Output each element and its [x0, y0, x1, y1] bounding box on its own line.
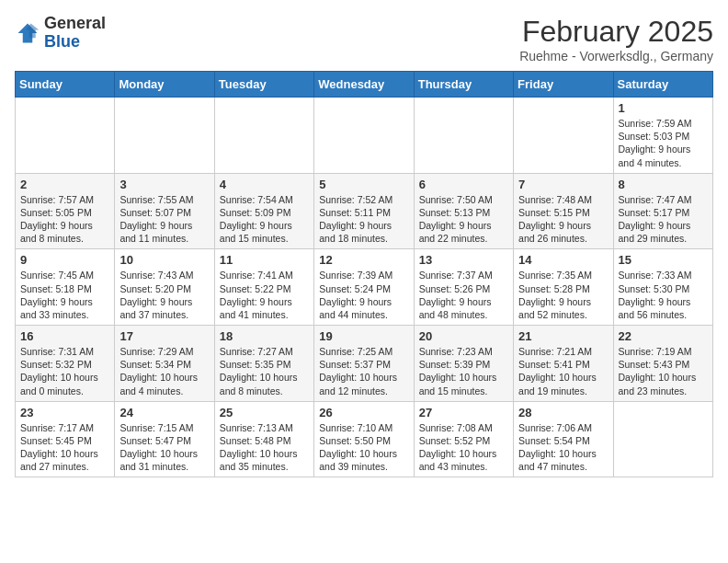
day-cell [115, 98, 214, 174]
day-number: 28 [518, 406, 608, 419]
day-number: 13 [419, 253, 508, 267]
day-number: 12 [319, 253, 408, 267]
day-info: Sunrise: 7:25 AM Sunset: 5:37 PM Dayligh… [319, 345, 408, 397]
week-row-5: 23Sunrise: 7:17 AM Sunset: 5:45 PM Dayli… [16, 401, 713, 477]
day-number: 25 [220, 406, 309, 419]
day-info: Sunrise: 7:33 AM Sunset: 5:30 PM Dayligh… [619, 269, 708, 321]
day-cell: 2Sunrise: 7:57 AM Sunset: 5:05 PM Daylig… [16, 173, 115, 249]
weekday-header-friday: Friday [514, 72, 613, 98]
day-cell: 13Sunrise: 7:37 AM Sunset: 5:26 PM Dayli… [414, 249, 513, 326]
day-number: 20 [419, 329, 508, 343]
day-info: Sunrise: 7:52 AM Sunset: 5:11 PM Dayligh… [319, 193, 408, 246]
day-info: Sunrise: 7:55 AM Sunset: 5:07 PM Dayligh… [119, 193, 209, 246]
day-cell: 22Sunrise: 7:19 AM Sunset: 5:43 PM Dayli… [613, 326, 712, 402]
day-info: Sunrise: 7:35 AM Sunset: 5:28 PM Dayligh… [518, 269, 608, 321]
day-number: 19 [319, 329, 408, 343]
day-info: Sunrise: 7:13 AM Sunset: 5:48 PM Dayligh… [220, 421, 309, 474]
day-cell: 17Sunrise: 7:29 AM Sunset: 5:34 PM Dayli… [115, 326, 214, 402]
day-cell [314, 98, 414, 174]
day-info: Sunrise: 7:54 AM Sunset: 5:09 PM Dayligh… [220, 193, 309, 246]
day-cell: 27Sunrise: 7:08 AM Sunset: 5:52 PM Dayli… [414, 401, 513, 477]
day-info: Sunrise: 7:19 AM Sunset: 5:43 PM Dayligh… [619, 345, 708, 397]
title-block: February 2025 Ruehme - Vorwerksdlg., Ger… [519, 15, 713, 63]
day-number: 14 [518, 253, 608, 267]
day-cell: 25Sunrise: 7:13 AM Sunset: 5:48 PM Dayli… [214, 401, 313, 477]
day-number: 4 [220, 178, 309, 191]
day-cell: 20Sunrise: 7:23 AM Sunset: 5:39 PM Dayli… [414, 326, 513, 402]
day-cell: 1Sunrise: 7:59 AM Sunset: 5:03 PM Daylig… [613, 98, 712, 174]
day-cell: 7Sunrise: 7:48 AM Sunset: 5:15 PM Daylig… [514, 173, 613, 249]
day-number: 11 [220, 253, 309, 267]
day-cell [514, 98, 613, 174]
day-info: Sunrise: 7:08 AM Sunset: 5:52 PM Dayligh… [419, 421, 508, 474]
day-number: 6 [419, 178, 508, 191]
day-cell: 19Sunrise: 7:25 AM Sunset: 5:37 PM Dayli… [314, 326, 414, 402]
day-cell: 3Sunrise: 7:55 AM Sunset: 5:07 PM Daylig… [115, 173, 214, 249]
weekday-header-monday: Monday [115, 72, 214, 98]
day-cell: 11Sunrise: 7:41 AM Sunset: 5:22 PM Dayli… [214, 249, 313, 326]
day-info: Sunrise: 7:59 AM Sunset: 5:03 PM Dayligh… [619, 117, 708, 169]
day-number: 5 [319, 178, 408, 191]
day-number: 16 [20, 329, 109, 343]
day-cell: 24Sunrise: 7:15 AM Sunset: 5:47 PM Dayli… [115, 401, 214, 477]
day-number: 18 [220, 329, 309, 343]
day-number: 26 [319, 406, 408, 419]
day-number: 1 [619, 101, 708, 115]
day-number: 8 [619, 178, 708, 191]
day-info: Sunrise: 7:50 AM Sunset: 5:13 PM Dayligh… [419, 193, 508, 246]
day-number: 24 [119, 406, 209, 419]
day-info: Sunrise: 7:41 AM Sunset: 5:22 PM Dayligh… [220, 269, 309, 321]
day-info: Sunrise: 7:15 AM Sunset: 5:47 PM Dayligh… [119, 421, 209, 474]
page-header: General Blue February 2025 Ruehme - Vorw… [15, 15, 713, 63]
day-cell: 16Sunrise: 7:31 AM Sunset: 5:32 PM Dayli… [16, 326, 115, 402]
day-number: 27 [419, 406, 508, 419]
week-row-3: 9Sunrise: 7:45 AM Sunset: 5:18 PM Daylig… [16, 249, 713, 326]
day-number: 3 [119, 178, 209, 191]
calendar-table: SundayMondayTuesdayWednesdayThursdayFrid… [15, 71, 713, 477]
day-cell: 23Sunrise: 7:17 AM Sunset: 5:45 PM Dayli… [16, 401, 115, 477]
day-info: Sunrise: 7:43 AM Sunset: 5:20 PM Dayligh… [119, 269, 209, 321]
weekday-header-row: SundayMondayTuesdayWednesdayThursdayFrid… [16, 72, 713, 98]
day-cell: 21Sunrise: 7:21 AM Sunset: 5:41 PM Dayli… [514, 326, 613, 402]
weekday-header-sunday: Sunday [16, 72, 115, 98]
logo-text: General Blue [44, 15, 106, 52]
day-cell: 9Sunrise: 7:45 AM Sunset: 5:18 PM Daylig… [16, 249, 115, 326]
day-cell: 18Sunrise: 7:27 AM Sunset: 5:35 PM Dayli… [214, 326, 313, 402]
day-cell: 12Sunrise: 7:39 AM Sunset: 5:24 PM Dayli… [314, 249, 414, 326]
day-cell: 8Sunrise: 7:47 AM Sunset: 5:17 PM Daylig… [613, 173, 712, 249]
day-cell: 6Sunrise: 7:50 AM Sunset: 5:13 PM Daylig… [414, 173, 513, 249]
day-info: Sunrise: 7:21 AM Sunset: 5:41 PM Dayligh… [518, 345, 608, 397]
day-info: Sunrise: 7:48 AM Sunset: 5:15 PM Dayligh… [518, 193, 608, 246]
day-cell [214, 98, 313, 174]
day-cell: 10Sunrise: 7:43 AM Sunset: 5:20 PM Dayli… [115, 249, 214, 326]
day-cell: 14Sunrise: 7:35 AM Sunset: 5:28 PM Dayli… [514, 249, 613, 326]
day-info: Sunrise: 7:06 AM Sunset: 5:54 PM Dayligh… [518, 421, 608, 474]
week-row-1: 1Sunrise: 7:59 AM Sunset: 5:03 PM Daylig… [16, 98, 713, 174]
day-info: Sunrise: 7:37 AM Sunset: 5:26 PM Dayligh… [419, 269, 508, 321]
day-number: 10 [119, 253, 209, 267]
week-row-4: 16Sunrise: 7:31 AM Sunset: 5:32 PM Dayli… [16, 326, 713, 402]
day-number: 21 [518, 329, 608, 343]
day-cell: 4Sunrise: 7:54 AM Sunset: 5:09 PM Daylig… [214, 173, 313, 249]
month-title: February 2025 [519, 15, 713, 49]
day-info: Sunrise: 7:45 AM Sunset: 5:18 PM Dayligh… [20, 269, 109, 321]
day-cell: 26Sunrise: 7:10 AM Sunset: 5:50 PM Dayli… [314, 401, 414, 477]
day-info: Sunrise: 7:10 AM Sunset: 5:50 PM Dayligh… [319, 421, 408, 474]
day-number: 9 [20, 253, 109, 267]
day-number: 22 [619, 329, 708, 343]
day-info: Sunrise: 7:29 AM Sunset: 5:34 PM Dayligh… [119, 345, 209, 397]
day-cell [16, 98, 115, 174]
day-number: 2 [20, 178, 109, 191]
day-cell: 15Sunrise: 7:33 AM Sunset: 5:30 PM Dayli… [613, 249, 712, 326]
weekday-header-saturday: Saturday [613, 72, 712, 98]
day-info: Sunrise: 7:23 AM Sunset: 5:39 PM Dayligh… [419, 345, 508, 397]
day-info: Sunrise: 7:31 AM Sunset: 5:32 PM Dayligh… [20, 345, 109, 397]
day-cell: 28Sunrise: 7:06 AM Sunset: 5:54 PM Dayli… [514, 401, 613, 477]
day-number: 17 [119, 329, 209, 343]
day-info: Sunrise: 7:47 AM Sunset: 5:17 PM Dayligh… [619, 193, 708, 246]
day-cell: 5Sunrise: 7:52 AM Sunset: 5:11 PM Daylig… [314, 173, 414, 249]
day-cell [414, 98, 513, 174]
day-number: 7 [518, 178, 608, 191]
weekday-header-wednesday: Wednesday [314, 72, 414, 98]
day-cell [613, 401, 712, 477]
